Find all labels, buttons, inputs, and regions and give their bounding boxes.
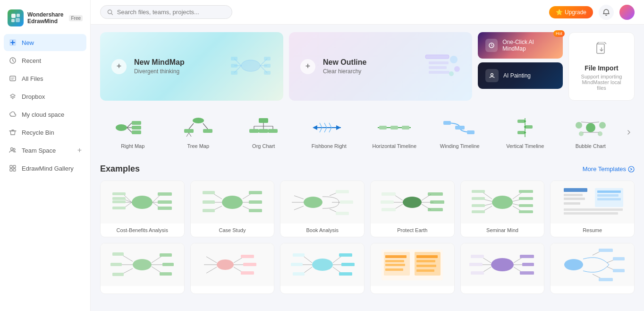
example-card-r2-4[interactable] xyxy=(460,243,545,294)
chart-item-h-timeline[interactable]: Horizontal Timeline xyxy=(362,110,427,155)
sidebar-item-recycle[interactable]: Recycle Bin xyxy=(4,124,86,141)
example-label-3: Protect Earth xyxy=(371,224,454,237)
chart-item-org-chart[interactable]: Org Chart xyxy=(231,110,297,155)
svg-rect-3 xyxy=(16,18,20,22)
chart-types-row: Right Map Tree Map xyxy=(100,110,635,155)
upgrade-button[interactable]: ⭐ Upgrade xyxy=(549,6,593,18)
svg-rect-127 xyxy=(336,212,349,215)
search-input[interactable] xyxy=(117,9,225,16)
svg-point-131 xyxy=(403,197,422,208)
v-timeline-thumb xyxy=(506,116,544,139)
example-card-case-study[interactable]: Case Study xyxy=(190,181,275,237)
svg-rect-160 xyxy=(472,210,485,213)
chart-item-v-timeline[interactable]: Vertical Timeline xyxy=(492,110,558,155)
svg-rect-24 xyxy=(231,57,237,60)
svg-rect-202 xyxy=(339,253,352,257)
svg-rect-192 xyxy=(241,255,254,258)
svg-rect-182 xyxy=(112,252,124,256)
chart-item-bubble[interactable]: Bubble Chart xyxy=(558,110,624,155)
more-templates-link[interactable]: More Templates xyxy=(583,165,635,173)
svg-rect-30 xyxy=(429,71,449,74)
example-card-r2-5[interactable] xyxy=(550,243,635,294)
example-card-r2-3[interactable] xyxy=(370,243,455,294)
team-add-button[interactable]: + xyxy=(77,146,82,155)
svg-rect-162 xyxy=(564,188,587,192)
svg-rect-211 xyxy=(385,255,407,258)
sidebar-item-team-space[interactable]: Team Space + xyxy=(4,142,86,159)
chart-item-fishbone[interactable]: Fishbone Right xyxy=(297,110,362,155)
svg-rect-73 xyxy=(443,121,451,125)
svg-rect-164 xyxy=(564,198,585,200)
svg-point-93 xyxy=(132,196,153,209)
svg-rect-158 xyxy=(472,197,485,200)
example-thumb-r2-5 xyxy=(551,243,634,286)
ai-painting-card[interactable]: AI Painting xyxy=(478,62,563,89)
chart-label-w-timeline: Winding Timeline xyxy=(440,143,480,149)
sidebar-item-my-cloud[interactable]: My cloud space xyxy=(4,106,86,123)
svg-rect-22 xyxy=(264,64,271,68)
example-card-cost-benefits[interactable]: Cost-Benefits Analysis xyxy=(100,181,185,237)
ai-painting-icon xyxy=(485,69,499,82)
svg-line-65 xyxy=(329,123,331,128)
sidebar-item-all-files[interactable]: All Files xyxy=(4,70,86,87)
new-mindmap-card[interactable]: + New MindMap Divergent thinking xyxy=(100,32,283,101)
svg-rect-205 xyxy=(293,253,305,257)
svg-rect-140 xyxy=(428,208,443,211)
svg-rect-75 xyxy=(455,126,465,130)
svg-rect-183 xyxy=(110,263,122,266)
example-card-resume[interactable]: Resume xyxy=(550,181,635,237)
svg-rect-142 xyxy=(381,200,394,204)
sidebar-item-dropbox[interactable]: Dropbox xyxy=(4,88,86,105)
svg-rect-184 xyxy=(112,273,124,276)
chart-next-arrow[interactable] xyxy=(623,127,635,138)
example-card-seminar[interactable]: Seminar Mind xyxy=(460,181,545,237)
svg-rect-27 xyxy=(425,55,449,59)
svg-rect-230 xyxy=(469,263,483,266)
svg-rect-154 xyxy=(519,197,533,200)
new-outline-card[interactable]: + New Outline Clear hierarchy xyxy=(289,32,472,101)
example-card-r2-1[interactable] xyxy=(190,243,275,294)
svg-line-130 xyxy=(294,206,304,210)
ai-mindmap-card[interactable]: One-Click AI MindMap Hot xyxy=(478,32,563,59)
svg-rect-77 xyxy=(517,120,525,123)
file-import-card[interactable]: File Import Support importing MindMaster… xyxy=(568,32,635,101)
bubble-thumb xyxy=(572,116,610,139)
chart-item-w-timeline[interactable]: Winding Timeline xyxy=(427,110,493,155)
svg-line-66 xyxy=(320,128,322,132)
bell-icon xyxy=(602,9,610,16)
svg-rect-165 xyxy=(564,202,580,205)
recent-icon xyxy=(8,56,17,65)
svg-line-89 xyxy=(591,122,599,123)
outline-illustration xyxy=(423,50,461,83)
chart-label-fishbone: Fishbone Right xyxy=(312,143,347,149)
example-card-r2-2[interactable] xyxy=(280,243,364,294)
example-label-2: Book Analysis xyxy=(280,224,364,237)
svg-point-232 xyxy=(564,259,583,270)
sidebar-item-gallery[interactable]: EdrawMind Gallery xyxy=(4,160,86,177)
user-avatar[interactable] xyxy=(619,5,635,20)
chart-item-right-map[interactable]: Right Map xyxy=(100,110,166,155)
file-import-title: File Import xyxy=(585,64,619,72)
svg-rect-167 xyxy=(597,190,621,193)
sidebar-item-new[interactable]: New xyxy=(4,34,86,51)
example-card-r2-0[interactable] xyxy=(100,243,185,294)
sidebar-item-recent[interactable]: Recent xyxy=(4,52,86,69)
search-bar[interactable] xyxy=(100,5,232,19)
svg-rect-159 xyxy=(472,204,485,207)
sidebar-item-label: My cloud space xyxy=(22,111,64,118)
svg-rect-240 xyxy=(599,278,613,281)
file-import-subtitle: Support importing MindMaster local files xyxy=(578,74,625,91)
more-label: More Templates xyxy=(583,165,626,173)
example-label-r2-1 xyxy=(191,286,274,294)
svg-rect-0 xyxy=(11,14,16,18)
example-card-book-analysis[interactable]: Book Analysis xyxy=(280,181,364,237)
svg-rect-104 xyxy=(112,192,126,195)
chart-item-tree-map[interactable]: Tree Map xyxy=(166,110,231,155)
svg-rect-238 xyxy=(613,257,625,260)
svg-point-13 xyxy=(108,9,111,13)
example-card-protect-earth[interactable]: Protect Earth xyxy=(370,181,455,237)
notification-button[interactable] xyxy=(599,5,614,20)
sidebar-item-label: Recycle Bin xyxy=(22,129,54,136)
svg-rect-181 xyxy=(160,272,172,276)
svg-rect-6 xyxy=(10,76,16,81)
